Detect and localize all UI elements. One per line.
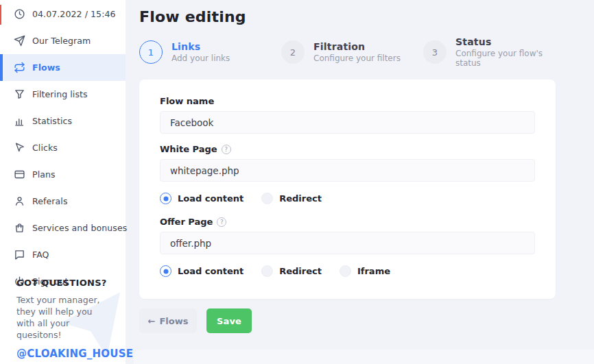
radio-selected-icon [160, 265, 171, 277]
step-subtitle: Configure your filters [313, 53, 401, 63]
step-status[interactable]: 3 Status Configure your flow's status [423, 36, 565, 68]
app-window: 04.07.2022 / 15:46 Our Telegram Flows Fi… [0, 0, 594, 364]
paper-plane-icon [14, 35, 25, 47]
step-number-badge: 1 [139, 40, 163, 64]
step-number-badge: 2 [281, 40, 305, 64]
white-page-label: White Page ? [160, 144, 535, 154]
stepper: 1 Links Add your links 2 Filtration Conf… [139, 36, 594, 68]
sidebar-nav: 04.07.2022 / 15:46 Our Telegram Flows Fi… [0, 0, 126, 295]
sidebar-item-our-telegram[interactable]: Our Telegram [0, 27, 126, 54]
sidebar-item-label: Statistics [32, 116, 72, 126]
offer-page-label: Offer Page ? [160, 217, 535, 227]
radio-offer-redirect[interactable]: Redirect [261, 265, 322, 277]
step-links[interactable]: 1 Links Add your links [139, 36, 281, 68]
cursor-icon [14, 142, 25, 154]
sidebar-item-statistics[interactable]: Statistics [0, 108, 126, 134]
sidebar-item-referals[interactable]: Referals [0, 188, 126, 215]
flow-form-card: Flow name White Page ? Load content Redi… [139, 80, 556, 299]
sidebar-item-label: Flows [32, 62, 60, 73]
sidebar-item-plans[interactable]: Plans [0, 161, 126, 188]
sidebar-footer: GOT QUESTIONS? Text your manager, they w… [16, 278, 121, 360]
gift-icon [14, 222, 25, 234]
step-filtration[interactable]: 2 Filtration Configure your filters [281, 36, 423, 68]
form-actions: ← Flows Save [139, 308, 594, 333]
radio-offer-load-content[interactable]: Load content [160, 265, 243, 277]
chat-icon [14, 249, 25, 260]
help-icon[interactable]: ? [217, 217, 226, 227]
left-arrow-icon: ← [148, 316, 156, 326]
step-number-badge: 3 [423, 40, 447, 64]
flow-name-input[interactable] [160, 111, 535, 134]
offer-page-input[interactable] [160, 232, 535, 254]
sidebar-item-label: Filtering lists [32, 89, 88, 99]
radio-selected-icon [160, 193, 171, 204]
sidebar-item-flows[interactable]: Flows [0, 54, 126, 81]
sidebar-item-label: Referals [32, 196, 68, 206]
person-icon [14, 195, 25, 207]
radio-offer-iframe[interactable]: Iframe [340, 265, 390, 277]
radio-white-load-content[interactable]: Load content [160, 193, 243, 204]
funnel-icon [14, 88, 25, 100]
sidebar: 04.07.2022 / 15:46 Our Telegram Flows Fi… [0, 0, 126, 364]
sidebar-item-label: Our Telegram [32, 36, 91, 46]
offer-page-mode-radios: Load content Redirect Iframe [160, 265, 535, 277]
sidebar-item-filtering-lists[interactable]: Filtering lists [0, 81, 126, 108]
sidebar-item-label: 04.07.2022 / 15:46 [32, 9, 116, 19]
radio-unselected-icon [340, 265, 351, 277]
sidebar-item-label: FAQ [32, 250, 49, 260]
credit-card-icon [14, 169, 25, 180]
sidebar-item-label: Plans [32, 169, 56, 180]
sidebar-item-faq[interactable]: FAQ [0, 241, 126, 268]
white-page-input[interactable] [160, 159, 535, 182]
sidebar-item-services-and-bonuses[interactable]: Services and bonuses [0, 215, 126, 241]
white-page-mode-radios: Load content Redirect [160, 193, 535, 204]
step-subtitle: Configure your flow's status [455, 49, 565, 68]
clock-icon [14, 8, 25, 20]
step-subtitle: Add your links [171, 53, 230, 63]
radio-white-redirect[interactable]: Redirect [261, 193, 322, 204]
main-content: Flow editing 1 Links Add your links 2 Fi… [126, 0, 594, 364]
radio-unselected-icon [261, 193, 273, 204]
step-title: Filtration [313, 41, 401, 52]
step-title: Status [455, 36, 565, 47]
page-title: Flow editing [139, 8, 594, 25]
bar-chart-icon [14, 115, 25, 127]
manager-help-text: Text your manager, they will help you wi… [16, 294, 109, 341]
telegram-handle-link[interactable]: @CLOAKING_HOUSE [16, 348, 133, 360]
save-button[interactable]: Save [206, 308, 252, 333]
bottom-band [134, 350, 594, 364]
sidebar-item-clicks[interactable]: Clicks [0, 134, 126, 161]
back-to-flows-button[interactable]: ← Flows [139, 308, 197, 333]
flow-name-label: Flow name [160, 96, 535, 106]
sidebar-item-label: Clicks [32, 143, 58, 153]
sidebar-item-label: Services and bonuses [32, 223, 127, 233]
radio-unselected-icon [261, 265, 273, 277]
repeat-icon [14, 62, 25, 73]
got-questions-heading: GOT QUESTIONS? [16, 278, 121, 288]
step-title: Links [171, 41, 230, 52]
sidebar-item-date: 04.07.2022 / 15:46 [0, 1, 126, 27]
help-icon[interactable]: ? [222, 145, 231, 154]
